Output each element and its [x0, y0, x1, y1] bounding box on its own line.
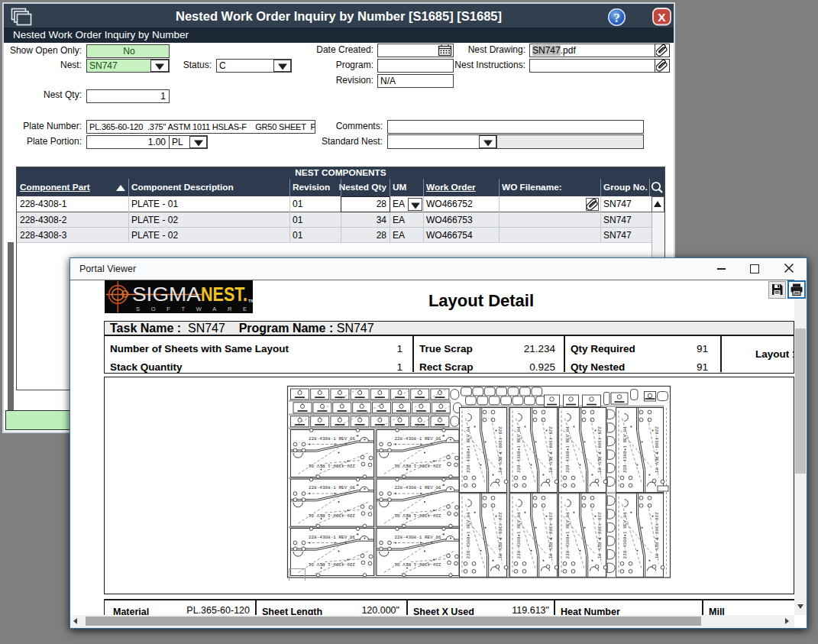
svg-text:228-4308-1 REV 01: 228-4308-1 REV 01 [597, 426, 602, 474]
svg-text:X: X [658, 11, 666, 24]
svg-text:228-4308-1 REV 01: 228-4308-1 REV 01 [597, 512, 602, 559]
svg-text:?: ? [613, 11, 619, 25]
svg-text:SIGMA: SIGMA [132, 283, 201, 305]
svg-text:228-4308-1 REV 01: 228-4308-1 REV 01 [654, 426, 659, 474]
svg-text:228-4308-1 REV 01: 228-4308-1 REV 01 [309, 463, 356, 468]
svg-text:228-4308-1 REV 01: 228-4308-1 REV 01 [548, 512, 553, 559]
svg-text:228-4308-1 REV 01: 228-4308-1 REV 01 [497, 426, 503, 474]
svg-text:228-4308-1 REV 01: 228-4308-1 REV 01 [654, 512, 659, 559]
svg-text:228-4308-1 REV 01: 228-4308-1 REV 01 [309, 561, 356, 567]
svg-text:228-4308-1 REV 01: 228-4308-1 REV 01 [394, 485, 441, 490]
svg-text:228-4308-1 REV 01: 228-4308-1 REV 01 [548, 426, 553, 474]
svg-text:NEST.: NEST. [201, 283, 247, 305]
svg-text:228-4308-1 REV 01: 228-4308-1 REV 01 [309, 513, 356, 518]
svg-text:228-4308-1 REV 01: 228-4308-1 REV 01 [394, 463, 441, 468]
svg-text:228-4308-1 REV 01: 228-4308-1 REV 01 [309, 485, 356, 490]
svg-text:228-4308-1 REV 01: 228-4308-1 REV 01 [309, 535, 356, 540]
svg-text:228-4308-1 REV 01: 228-4308-1 REV 01 [394, 513, 441, 518]
svg-text:228-4308-1 REV 01: 228-4308-1 REV 01 [309, 436, 356, 442]
svg-text:228-4308-1 REV 01: 228-4308-1 REV 01 [497, 512, 503, 559]
svg-text:SOFTWARE: SOFTWARE [136, 306, 247, 312]
svg-text:TM: TM [248, 299, 253, 303]
svg-text:228-4308-1 REV 01: 228-4308-1 REV 01 [394, 436, 441, 442]
svg-text:228-4308-1 REV 01: 228-4308-1 REV 01 [394, 561, 441, 567]
svg-text:228-4308-1 REV 01: 228-4308-1 REV 01 [394, 535, 441, 540]
